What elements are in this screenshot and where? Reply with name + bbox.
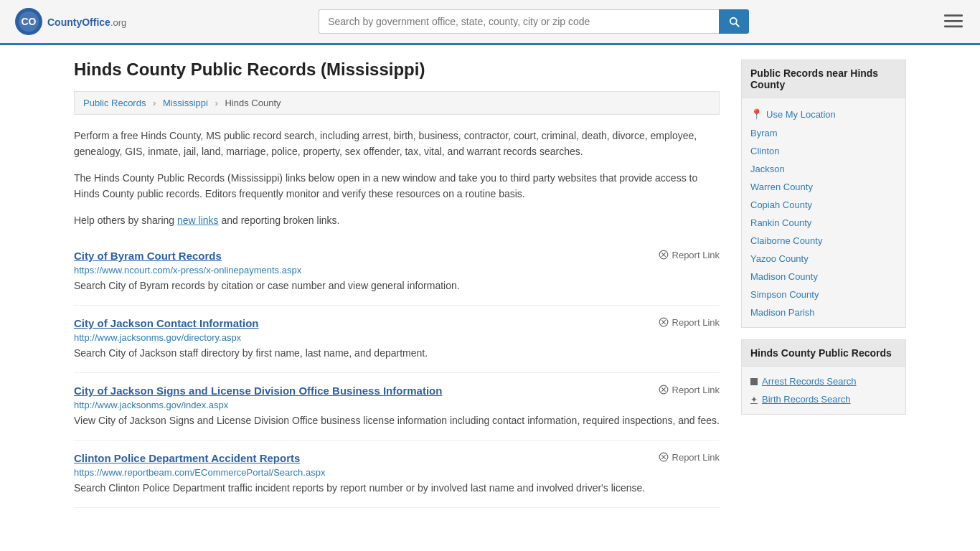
record-desc-2: View City of Jackson Signs and License D… — [74, 413, 720, 428]
report-link-btn-1[interactable]: Report Link — [659, 317, 720, 328]
search-icon — [727, 15, 740, 28]
desc3-prefix: Help others by sharing — [74, 215, 177, 226]
sidebar-rec-arrest-records[interactable]: Arrest Records Search — [742, 372, 905, 390]
breadcrumb-sep-1: › — [153, 98, 156, 108]
sidebar-records-section: Hinds County Public Records Arrest Recor… — [741, 339, 906, 415]
search-input[interactable] — [319, 9, 719, 34]
record-title-1[interactable]: City of Jackson Contact Information — [74, 317, 259, 329]
record-item-3: Clinton Police Department Accident Repor… — [74, 441, 720, 508]
record-url-3[interactable]: https://www.reportbeam.com/ECommercePort… — [74, 467, 720, 478]
sidebar-link-claiborne-county[interactable]: Claiborne County — [742, 232, 905, 250]
breadcrumb: Public Records › Mississippi › Hinds Cou… — [74, 91, 720, 115]
breadcrumb-sep-2: › — [215, 98, 218, 108]
content-area: Hinds County Public Records (Mississippi… — [74, 60, 720, 508]
star-icon: ✦ — [750, 395, 758, 405]
records-list: City of Byram Court Records Report Link … — [74, 238, 720, 508]
record-title-2[interactable]: City of Jackson Signs and License Divisi… — [74, 385, 442, 397]
logo-text-area: CountyOffice.org — [47, 14, 126, 29]
report-icon-1 — [659, 317, 669, 327]
sidebar-records-title: Hinds County Public Records — [742, 340, 905, 367]
svg-rect-5 — [944, 25, 963, 27]
record-desc-3: Search Clinton Police Department traffic… — [74, 481, 720, 496]
sidebar-link-jackson[interactable]: Jackson — [742, 160, 905, 178]
sidebar: Public Records near Hinds County 📍 Use M… — [741, 60, 906, 508]
hamburger-menu-button[interactable] — [941, 9, 966, 35]
record-url-1[interactable]: http://www.jacksonms.gov/directory.aspx — [74, 332, 720, 343]
header: CO CountyOffice.org — [0, 0, 980, 45]
location-pin-icon: 📍 — [750, 108, 763, 120]
record-desc-0: Search City of Byram records by citation… — [74, 278, 720, 293]
arrest-records-label: Arrest Records Search — [762, 376, 857, 387]
report-icon-3 — [659, 452, 669, 462]
record-item-2: City of Jackson Signs and License Divisi… — [74, 373, 720, 441]
use-location-label: Use My Location — [766, 109, 836, 120]
record-item-0: City of Byram Court Records Report Link … — [74, 238, 720, 306]
report-icon-2 — [659, 385, 669, 395]
page-title: Hinds County Public Records (Mississippi… — [74, 60, 720, 80]
use-my-location-link[interactable]: 📍 Use My Location — [742, 104, 905, 124]
record-title-0[interactable]: City of Byram Court Records — [74, 250, 222, 262]
sidebar-link-warren-county[interactable]: Warren County — [742, 178, 905, 196]
svg-rect-3 — [944, 14, 963, 17]
report-label-3: Report Link — [672, 452, 720, 463]
report-link-btn-0[interactable]: Report Link — [659, 250, 720, 260]
breadcrumb-mississippi[interactable]: Mississippi — [163, 98, 208, 108]
report-link-btn-3[interactable]: Report Link — [659, 452, 720, 463]
sidebar-records-links: Arrest Records Search ✦ Birth Records Se… — [742, 367, 905, 414]
breadcrumb-public-records[interactable]: Public Records — [83, 98, 146, 108]
record-item-1: City of Jackson Contact Information Repo… — [74, 306, 720, 373]
desc3-suffix: and reporting broken links. — [219, 215, 340, 226]
sidebar-link-clinton[interactable]: Clinton — [742, 142, 905, 160]
report-label-0: Report Link — [672, 250, 720, 260]
description-1: Perform a free Hinds County, MS public r… — [74, 128, 720, 160]
sidebar-link-copiah-county[interactable]: Copiah County — [742, 196, 905, 214]
report-label-2: Report Link — [672, 385, 720, 395]
logo-name: CountyOffice.org — [47, 14, 126, 29]
logo-icon: CO — [14, 7, 43, 36]
sidebar-nearby-title: Public Records near Hinds County — [742, 60, 905, 98]
record-header-3: Clinton Police Department Accident Repor… — [74, 452, 720, 464]
birth-records-label: Birth Records Search — [762, 394, 851, 405]
sidebar-link-madison-county[interactable]: Madison County — [742, 268, 905, 286]
search-area — [319, 9, 749, 34]
record-url-2[interactable]: http://www.jacksonms.gov/index.aspx — [74, 400, 720, 410]
report-link-btn-2[interactable]: Report Link — [659, 385, 720, 395]
sidebar-link-rankin-county[interactable]: Rankin County — [742, 214, 905, 232]
svg-rect-4 — [944, 19, 963, 22]
logo-area: CO CountyOffice.org — [14, 7, 126, 36]
sidebar-rec-birth-records[interactable]: ✦ Birth Records Search — [742, 390, 905, 408]
record-desc-1: Search City of Jackson staff directory b… — [74, 346, 720, 361]
description-2: The Hinds County Public Records (Mississ… — [74, 170, 720, 202]
record-url-0[interactable]: https://www.ncourt.com/x-press/x-onlinep… — [74, 265, 720, 276]
main-container: Hinds County Public Records (Mississippi… — [60, 45, 920, 522]
record-title-3[interactable]: Clinton Police Department Accident Repor… — [74, 452, 300, 464]
sidebar-nearby-section: Public Records near Hinds County 📍 Use M… — [741, 60, 906, 328]
sidebar-link-madison-parish[interactable]: Madison Parish — [742, 303, 905, 321]
sidebar-link-simpson-county[interactable]: Simpson County — [742, 286, 905, 303]
report-icon-0 — [659, 250, 669, 260]
report-label-1: Report Link — [672, 317, 720, 328]
sidebar-link-yazoo-county[interactable]: Yazoo County — [742, 250, 905, 268]
search-button[interactable] — [719, 9, 749, 34]
description-3: Help others by sharing new links and rep… — [74, 212, 720, 228]
record-header-1: City of Jackson Contact Information Repo… — [74, 317, 720, 329]
svg-text:CO: CO — [22, 16, 37, 27]
record-header-0: City of Byram Court Records Report Link — [74, 250, 720, 262]
sidebar-nearby-links: 📍 Use My Location Byram Clinton Jackson … — [742, 98, 905, 327]
record-header-2: City of Jackson Signs and License Divisi… — [74, 385, 720, 397]
square-icon — [750, 378, 758, 385]
breadcrumb-current: Hinds County — [225, 98, 281, 108]
hamburger-icon — [944, 11, 963, 30]
sidebar-link-byram[interactable]: Byram — [742, 124, 905, 142]
new-links-link[interactable]: new links — [177, 215, 219, 226]
